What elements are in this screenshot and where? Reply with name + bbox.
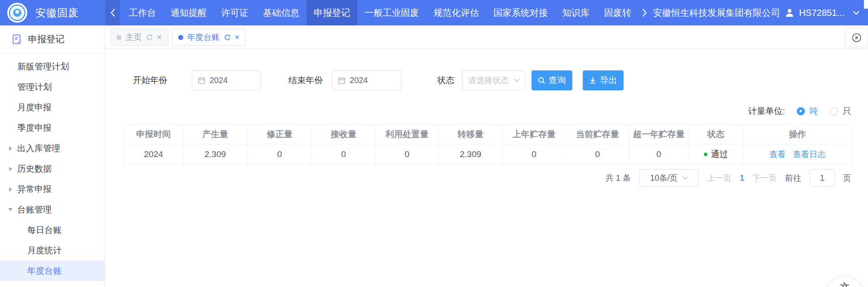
export-button[interactable]: 导出 <box>583 70 624 90</box>
download-icon <box>589 77 596 84</box>
status-placeholder: 请选择状态 <box>468 75 509 86</box>
page-content: 开始年份 结束年份 状态 请选择状态 <box>106 70 868 187</box>
sidebar-item-monthly-stats[interactable]: 月度统计 <box>0 240 105 261</box>
annual-ledger-table: 申报时间 产生量 修正量 接收量 利用处置量 转移量 上年贮存量 当前贮存量 超… <box>124 124 852 165</box>
tab-strip: 主页 × 年度台账 × <box>106 25 868 49</box>
tab-label: 年度台账 <box>187 32 220 43</box>
cell-declare-time: 2024 <box>124 144 183 165</box>
radio-selected-icon <box>797 107 805 115</box>
nav-item-knowledge-base[interactable]: 知识库 <box>555 0 597 25</box>
nav-item-declaration[interactable]: 申报登记 <box>307 0 357 25</box>
app-title: 安徽固废 <box>35 6 79 20</box>
sidebar-item-daily-ledger[interactable]: 每日台账 <box>0 220 105 240</box>
end-year-value[interactable] <box>350 76 395 85</box>
sidebar-section-title: 申报登记 <box>28 33 64 45</box>
filter-form: 开始年份 结束年份 状态 请选择状态 <box>124 70 851 90</box>
status-select[interactable]: 请选择状态 <box>462 70 526 90</box>
tab-refresh-icon[interactable] <box>224 34 231 41</box>
end-year-label: 结束年份 <box>288 74 323 86</box>
goto-unit-label: 页 <box>843 173 851 183</box>
nav-scroll-right-button[interactable] <box>639 0 650 25</box>
table-header-row: 申报时间 产生量 修正量 接收量 利用处置量 转移量 上年贮存量 当前贮存量 超… <box>124 125 852 144</box>
translate-icon: 文 <box>840 281 850 287</box>
col-corrected: 修正量 <box>248 125 312 144</box>
start-year-value[interactable] <box>210 76 255 85</box>
open-tabs: 主页 × 年度台账 × <box>106 25 868 46</box>
start-year-input[interactable] <box>192 70 261 90</box>
brand-area: 安徽固废 <box>0 3 105 23</box>
user-id: HS72851... <box>799 8 844 18</box>
floating-translate-widget[interactable]: 文 <box>825 277 864 287</box>
tab-home[interactable]: 主页 × <box>110 29 168 46</box>
col-over-one-year-storage: 超一年贮存量 <box>629 125 688 144</box>
scrollbar-notch <box>864 0 868 9</box>
next-page-button[interactable]: 下一页 <box>752 173 777 183</box>
cell-status: 通过 <box>688 144 744 165</box>
cell-utilized-disposed: 0 <box>375 144 439 165</box>
view-link[interactable]: 查看 <box>770 149 786 160</box>
sidebar-item-quarterly-declaration[interactable]: 季度申报 <box>0 118 105 138</box>
tab-close-icon[interactable]: × <box>235 33 240 41</box>
pagination: 共 1 条 10条/页 上一页 1 下一页 前往 页 <box>124 169 851 187</box>
top-navbar: 安徽固废 工作台 通知提醒 许可证 基础信息 申报登记 一般工业固废 规范化评估… <box>0 0 868 25</box>
col-generated: 产生量 <box>183 125 248 144</box>
chevron-down-icon <box>514 79 520 82</box>
tab-status-dot <box>178 35 183 40</box>
table-row: 2024 2.309 0 0 0 2.309 0 0 0 通过 <box>124 144 852 165</box>
pagination-total: 共 1 条 <box>605 173 631 183</box>
sidebar-item-inout-warehouse[interactable]: 出入库管理 <box>0 138 105 158</box>
tab-annual-ledger[interactable]: 年度台账 × <box>172 29 246 46</box>
chevron-right-icon <box>642 8 648 17</box>
end-year-input[interactable] <box>332 70 401 90</box>
nav-item-standard-assessment[interactable]: 规范化评估 <box>426 0 486 25</box>
cell-received: 0 <box>312 144 375 165</box>
search-icon <box>538 77 545 84</box>
nav-item-basic-info[interactable]: 基础信息 <box>256 0 307 25</box>
cell-transferred: 2.309 <box>439 144 502 165</box>
expand-arrow-icon <box>9 167 12 171</box>
page-size-select[interactable]: 10条/页 <box>639 169 699 187</box>
tab-refresh-icon[interactable] <box>146 34 153 41</box>
calendar-icon <box>338 77 346 84</box>
prev-page-button[interactable]: 上一页 <box>707 173 731 183</box>
top-nav-menu: 工作台 通知提醒 许可证 基础信息 申报登记 一般工业固废 规范化评估 国家系统… <box>122 0 639 25</box>
radio-unselected-icon <box>830 107 838 115</box>
sidebar-item-abnormal-declaration[interactable]: 异常申报 <box>0 179 105 199</box>
status-label: 状态 <box>437 74 454 86</box>
cell-generated: 2.309 <box>183 144 248 165</box>
unit-radio-piece[interactable]: 只 <box>830 105 851 117</box>
unit-label: 计量单位: <box>748 105 785 117</box>
nav-item-national-system[interactable]: 国家系统对接 <box>486 0 555 25</box>
circled-close-icon <box>851 32 862 43</box>
app-root: 安徽固废 工作台 通知提醒 许可证 基础信息 申报登记 一般工业固废 规范化评估… <box>0 0 868 287</box>
company-name: 安徽恒生科技发展集团有限公司 <box>653 7 780 19</box>
unit-selector: 计量单位: 吨 只 <box>124 102 851 120</box>
nav-item-notifications[interactable]: 通知提醒 <box>163 0 214 25</box>
page-number-1[interactable]: 1 <box>740 173 744 183</box>
nav-item-workbench[interactable]: 工作台 <box>122 0 163 25</box>
sidebar-item-ledger-management[interactable]: 台账管理 <box>0 199 105 220</box>
tab-close-icon[interactable]: × <box>157 33 162 41</box>
close-all-tabs-button[interactable] <box>845 28 868 47</box>
col-status: 状态 <box>688 125 744 144</box>
nav-item-waste-transfer[interactable]: 固废转 <box>597 0 639 25</box>
view-log-link[interactable]: 查看日志 <box>793 149 826 160</box>
sidebar-item-new-management-plan[interactable]: 新版管理计划 <box>0 56 105 77</box>
sidebar-collapse-button[interactable] <box>105 0 120 25</box>
nav-item-license[interactable]: 许可证 <box>214 0 256 25</box>
declaration-document-icon <box>12 34 22 45</box>
sidebar-item-annual-ledger[interactable]: 年度台账 <box>0 261 105 281</box>
sidebar-item-management-plan[interactable]: 管理计划 <box>0 77 105 97</box>
col-transferred: 转移量 <box>439 125 502 144</box>
cell-over-one-year-storage: 0 <box>629 144 688 165</box>
user-dropdown-toggle[interactable] <box>853 10 860 15</box>
goto-page-input[interactable] <box>809 169 835 187</box>
search-button[interactable]: 查询 <box>532 70 572 90</box>
sidebar-item-history-data[interactable]: 历史数据 <box>0 158 105 179</box>
unit-radio-ton[interactable]: 吨 <box>797 105 818 117</box>
status-dot-green <box>704 153 707 156</box>
sidebar-item-monthly-declaration[interactable]: 月度申报 <box>0 97 105 118</box>
sidebar-section-header: 申报登记 <box>0 25 105 54</box>
nav-item-general-industrial-waste[interactable]: 一般工业固废 <box>357 0 426 25</box>
cell-corrected: 0 <box>248 144 312 165</box>
